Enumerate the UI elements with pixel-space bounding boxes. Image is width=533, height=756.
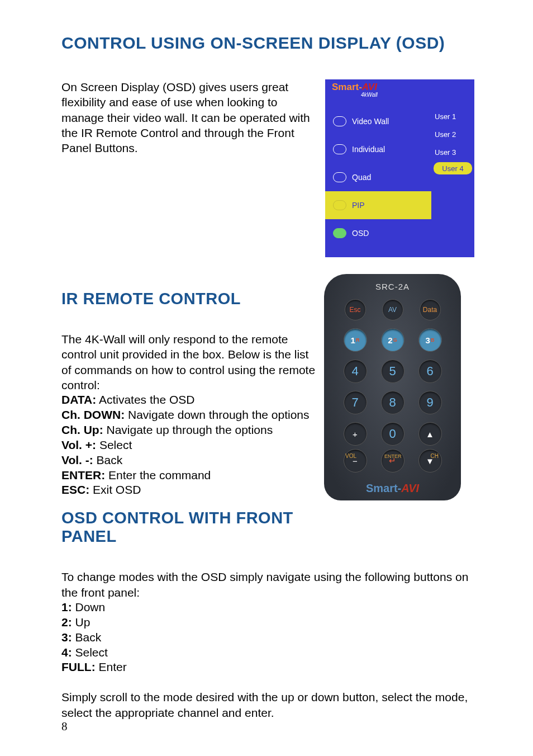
def-chup: Ch. Up: Navigate up through the options <box>61 423 318 438</box>
remote-brand: Smart-AVI <box>324 482 461 495</box>
remote-data-button: Data <box>420 299 441 320</box>
remote-4-button: 4 <box>344 360 367 383</box>
heading-ir-remote: IR REMOTE CONTROL <box>61 290 318 308</box>
remote-6-button: 6 <box>418 360 442 383</box>
osd-icon <box>333 228 346 238</box>
def-chdown: Ch. DOWN: Navigate down through the opti… <box>61 408 318 423</box>
osd-menu-figure: Smart-AVI 4kWall Video Wall Individual Q… <box>325 79 474 257</box>
fp-def-3: 3: Back <box>61 630 474 645</box>
osd-item-pip: PIP <box>325 191 431 219</box>
remote-5-button: 5 <box>381 360 404 383</box>
osd-item-osd: OSD <box>325 219 431 247</box>
remote-enter-label: ENTER <box>384 453 402 459</box>
def-volplus: Vol. +: Select <box>61 438 318 453</box>
osd-main-list: Video Wall Individual Quad PIP OSD <box>325 107 431 247</box>
remote-esc-button: Esc <box>345 299 366 320</box>
remote-1-button: 1R <box>344 328 367 352</box>
osd-intro-paragraph: On Screen Display (OSD) gives users grea… <box>61 79 315 155</box>
osd-user-2: User 2 <box>431 125 474 143</box>
remote-0-button: 0 <box>381 422 404 446</box>
remote-vol-label: VOL <box>345 453 356 459</box>
pip-icon <box>333 200 346 210</box>
remote-control-figure: SRC-2A Esc AV Data 1R 2G 3B 4 5 6 7 8 9 … <box>324 274 461 500</box>
osd-user-3: User 3 <box>431 143 474 161</box>
grid-icon <box>333 116 346 126</box>
remote-7-button: 7 <box>344 391 367 414</box>
osd-user-list: User 1 User 2 User 3 User 4 <box>431 107 474 176</box>
remote-2-button: 2G <box>381 328 404 352</box>
page-number: 8 <box>61 720 68 734</box>
fp-def-full: FULL: Enter <box>61 660 474 675</box>
quad-icon <box>333 172 346 182</box>
remote-volplus-button: + <box>344 422 367 446</box>
remote-av-button: AV <box>382 299 403 320</box>
fp-def-4: 4: Select <box>61 645 474 660</box>
osd-user-4: User 4 <box>434 162 472 174</box>
front-panel-intro: To change modes with the OSD simply navi… <box>61 569 474 600</box>
osd-brand-sub: 4kWall <box>361 92 378 98</box>
def-volminus: Vol. -: Back <box>61 453 318 468</box>
fp-def-2: 2: Up <box>61 615 474 630</box>
heading-front-panel: OSD CONTROL WITH FRONT PANEL <box>61 509 318 546</box>
osd-brand: Smart-AVI <box>332 82 377 93</box>
front-panel-outro: Simply scroll to the mode desired with t… <box>61 689 474 720</box>
remote-chup-button: ▲ <box>418 422 442 446</box>
remote-model: SRC-2A <box>324 282 461 291</box>
remote-3-button: 3B <box>418 328 442 352</box>
ir-remote-intro: The 4K-Wall will only respond to the rem… <box>61 332 318 393</box>
osd-item-individual: Individual <box>325 135 431 163</box>
def-enter: ENTER: Enter the command <box>61 468 318 483</box>
remote-enter-button: ↵ <box>381 449 404 472</box>
osd-user-1: User 1 <box>431 107 474 125</box>
osd-item-quad: Quad <box>325 163 431 191</box>
square-icon <box>333 144 346 154</box>
remote-ch-label: CH <box>431 453 439 459</box>
fp-def-1: 1: Down <box>61 600 474 615</box>
def-esc: ESC: Exit OSD <box>61 483 318 498</box>
heading-osd-control: CONTROL USING ON-SCREEN DISPLAY (OSD) <box>61 34 474 53</box>
osd-item-videowall: Video Wall <box>325 107 431 135</box>
remote-9-button: 9 <box>418 391 442 414</box>
def-data: DATA: Activates the OSD <box>61 393 318 408</box>
remote-8-button: 8 <box>381 391 404 414</box>
